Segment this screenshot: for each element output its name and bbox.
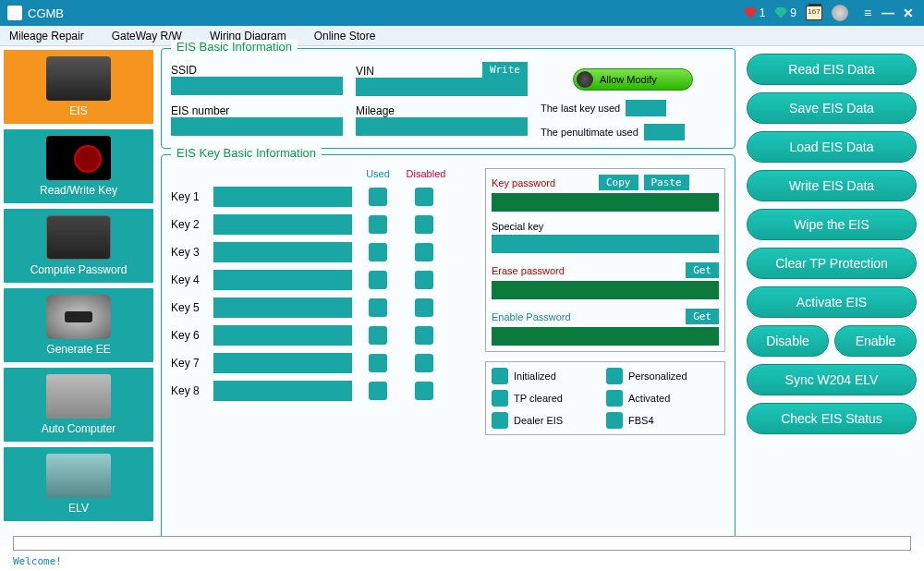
key-value-input[interactable] <box>213 381 352 401</box>
ecu-icon <box>46 374 111 419</box>
sidebar: EIS Read/Write Key Compute Password Gene… <box>0 46 157 545</box>
key-row: Key 6 <box>171 325 476 346</box>
calendar-stat[interactable]: 167 <box>806 6 822 20</box>
menu-online-store[interactable]: Online Store <box>314 30 376 43</box>
key-disabled-checkbox[interactable] <box>415 354 433 372</box>
get-enable-password-button[interactable]: Get <box>686 309 719 324</box>
sidebar-item-generate-ee[interactable]: Generate EE <box>4 288 153 362</box>
key-label: Key 8 <box>171 384 208 397</box>
sidebar-item-read-write-key[interactable]: Read/Write Key <box>4 129 153 203</box>
write-vin-button[interactable]: Write <box>482 62 528 78</box>
medal-icon[interactable] <box>832 5 848 21</box>
eis-basic-info-group: EIS Basic Information SSID VIN Write All… <box>161 48 736 149</box>
key-disabled-checkbox[interactable] <box>415 188 433 206</box>
sidebar-item-auto-computer[interactable]: Auto Computer <box>4 368 153 442</box>
close-button[interactable]: ✕ <box>900 5 917 21</box>
write-eis-data-button[interactable]: Write EIS Data <box>747 170 917 201</box>
key-row: Key 3 <box>171 242 476 262</box>
key-used-checkbox[interactable] <box>369 188 387 206</box>
red-gem-count: 1 <box>760 6 766 19</box>
sidebar-item-label: Read/Write Key <box>40 184 117 197</box>
key-disabled-checkbox[interactable] <box>415 326 433 345</box>
sidebar-item-label: Generate EE <box>46 343 110 356</box>
hamburger-menu-icon[interactable]: ≡ <box>859 5 876 21</box>
checkbox[interactable] <box>606 368 623 384</box>
clear-tp-button[interactable]: Clear TP Protection <box>747 248 917 279</box>
mileage-label: Mileage <box>356 104 528 117</box>
special-key-label: Special key <box>492 221 593 232</box>
key-value-input[interactable] <box>213 214 352 235</box>
checkbox[interactable] <box>606 390 623 407</box>
sync-elv-button[interactable]: Sync W204 ELV <box>747 364 917 395</box>
allow-modify-toggle[interactable]: Allow Modify <box>573 68 693 91</box>
enable-password-input[interactable] <box>492 327 719 346</box>
sidebar-item-eis[interactable]: EIS <box>4 50 153 124</box>
key-used-checkbox[interactable] <box>369 354 387 372</box>
board-icon <box>46 454 111 498</box>
printer-icon <box>46 295 111 339</box>
ssid-label: SSID <box>171 64 343 77</box>
key-password-input[interactable] <box>492 193 719 212</box>
eis-key-info-group: EIS Key Basic Information Used Disabled … <box>161 154 736 543</box>
sidebar-item-elv[interactable]: ELV <box>4 447 153 521</box>
key-value-input[interactable] <box>213 298 352 318</box>
minimize-button[interactable]: — <box>880 5 896 21</box>
group-legend: EIS Key Basic Information <box>171 146 322 160</box>
key-used-checkbox[interactable] <box>369 382 387 400</box>
key-label: Key 7 <box>171 357 208 370</box>
key-used-checkbox[interactable] <box>369 215 387 234</box>
mileage-input[interactable] <box>356 117 528 136</box>
key-disabled-checkbox[interactable] <box>415 382 433 400</box>
key-detail-panel: Key password Copy Paste Special key <box>485 168 725 435</box>
eis-number-label: EIS number <box>171 104 343 117</box>
key-used-checkbox[interactable] <box>369 298 387 317</box>
checkbox[interactable] <box>492 412 508 429</box>
erase-password-input[interactable] <box>492 281 719 299</box>
check-eis-status-button[interactable]: Check EIS Status <box>747 403 917 434</box>
save-eis-data-button[interactable]: Save EIS Data <box>747 92 917 124</box>
key-value-input[interactable] <box>213 270 352 290</box>
key-disabled-checkbox[interactable] <box>415 298 433 317</box>
key-fob-icon <box>46 136 111 180</box>
key-value-input[interactable] <box>213 353 352 373</box>
key-used-checkbox[interactable] <box>369 243 387 261</box>
read-eis-data-button[interactable]: Read EIS Data <box>747 54 917 85</box>
menu-mileage-repair[interactable]: Mileage Repair <box>9 30 84 43</box>
red-gem-icon <box>744 7 757 18</box>
ssid-input[interactable] <box>171 77 343 95</box>
checkbox[interactable] <box>606 412 623 429</box>
copy-button[interactable]: Copy <box>599 175 638 190</box>
vin-input[interactable] <box>356 78 528 96</box>
key-value-input[interactable] <box>213 187 352 207</box>
load-eis-data-button[interactable]: Load EIS Data <box>747 131 917 163</box>
status-dealer-eis: Dealer EIS <box>492 412 604 429</box>
used-header: Used <box>356 168 400 179</box>
sidebar-item-compute-password[interactable]: Compute Password <box>4 209 153 283</box>
special-key-input[interactable] <box>492 235 719 253</box>
key-row: Key 8 <box>171 381 476 401</box>
eis-number-input[interactable] <box>171 117 343 136</box>
enable-button[interactable]: Enable <box>834 325 917 357</box>
status-tp-cleared: TP cleared <box>492 390 604 407</box>
checkbox[interactable] <box>492 390 508 407</box>
disable-button[interactable]: Disable <box>747 325 829 357</box>
chip-icon <box>46 215 111 260</box>
key-value-input[interactable] <box>213 325 352 346</box>
status-personalized: Personalized <box>606 368 719 384</box>
key-label: Key 3 <box>171 246 208 259</box>
key-disabled-checkbox[interactable] <box>415 243 433 261</box>
checkbox[interactable] <box>492 368 508 384</box>
svg-marker-1 <box>774 7 787 18</box>
key-disabled-checkbox[interactable] <box>415 215 433 234</box>
sidebar-item-label: ELV <box>68 502 89 515</box>
key-used-checkbox[interactable] <box>369 326 387 345</box>
wipe-eis-button[interactable]: Wipe the EIS <box>747 209 917 240</box>
penultimate-key-label: The penultimate used <box>541 127 638 138</box>
green-gem-stat: 9 <box>774 6 796 19</box>
key-disabled-checkbox[interactable] <box>415 271 433 289</box>
paste-button[interactable]: Paste <box>644 175 689 190</box>
key-used-checkbox[interactable] <box>369 271 387 289</box>
key-value-input[interactable] <box>213 242 352 262</box>
get-erase-password-button[interactable]: Get <box>686 262 719 278</box>
activate-eis-button[interactable]: Activate EIS <box>747 286 917 318</box>
